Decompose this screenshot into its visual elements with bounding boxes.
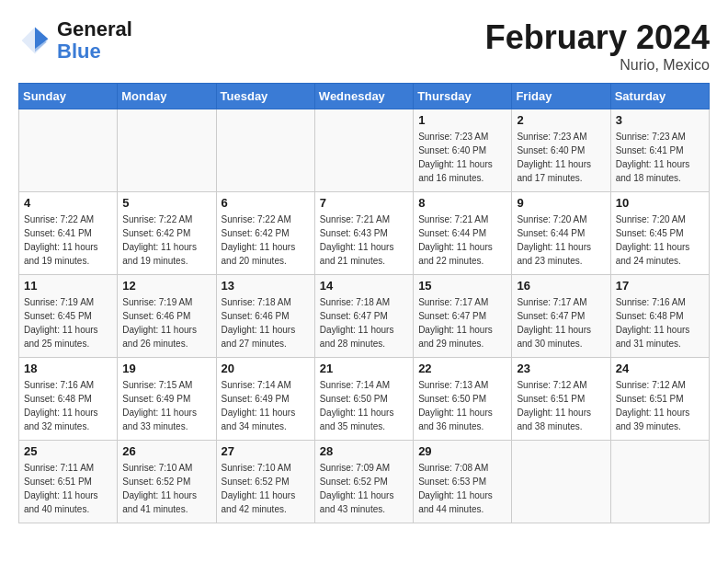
calendar-cell: 6Sunrise: 7:22 AM Sunset: 6:42 PM Daylig… [216, 192, 314, 275]
calendar-cell: 1Sunrise: 7:23 AM Sunset: 6:40 PM Daylig… [414, 109, 512, 192]
day-number: 19 [122, 362, 210, 375]
weekday-header-row: Sunday Monday Tuesday Wednesday Thursday… [19, 84, 710, 109]
title-area: February 2024 Nurio, Mexico [485, 18, 710, 74]
day-number: 17 [616, 279, 704, 293]
day-info: Sunrise: 7:22 AM Sunset: 6:41 PM Dayligh… [24, 213, 112, 268]
calendar-cell [118, 109, 216, 192]
day-number: 13 [222, 279, 310, 293]
day-number: 12 [122, 279, 210, 293]
day-info: Sunrise: 7:20 AM Sunset: 6:44 PM Dayligh… [517, 213, 605, 268]
calendar-cell: 26Sunrise: 7:10 AM Sunset: 6:52 PM Dayli… [118, 441, 216, 523]
calendar-cell: 7Sunrise: 7:21 AM Sunset: 6:43 PM Daylig… [314, 192, 413, 275]
calendar-cell: 19Sunrise: 7:15 AM Sunset: 6:49 PM Dayli… [118, 358, 216, 441]
logo-text: GeneralBlue [57, 18, 132, 63]
day-number: 8 [418, 196, 506, 210]
day-info: Sunrise: 7:14 AM Sunset: 6:49 PM Dayligh… [222, 378, 310, 433]
calendar-title: February 2024 [485, 18, 710, 57]
day-info: Sunrise: 7:12 AM Sunset: 6:51 PM Dayligh… [616, 378, 704, 433]
header-friday: Friday [512, 84, 610, 109]
day-number: 25 [24, 444, 112, 458]
day-number: 1 [418, 113, 506, 127]
day-number: 10 [616, 196, 704, 210]
header-thursday: Thursday [414, 84, 512, 109]
calendar-header: Sunday Monday Tuesday Wednesday Thursday… [19, 84, 710, 109]
calendar-cell: 24Sunrise: 7:12 AM Sunset: 6:51 PM Dayli… [610, 358, 709, 441]
day-number: 22 [418, 362, 506, 375]
day-number: 20 [222, 362, 310, 375]
day-info: Sunrise: 7:20 AM Sunset: 6:45 PM Dayligh… [616, 213, 704, 268]
header-sunday: Sunday [19, 84, 118, 109]
day-info: Sunrise: 7:10 AM Sunset: 6:52 PM Dayligh… [122, 461, 210, 516]
calendar-subtitle: Nurio, Mexico [485, 57, 710, 74]
header-monday: Monday [118, 84, 216, 109]
day-info: Sunrise: 7:16 AM Sunset: 6:48 PM Dayligh… [616, 295, 704, 350]
calendar-cell: 17Sunrise: 7:16 AM Sunset: 6:48 PM Dayli… [610, 275, 709, 358]
calendar-cell: 12Sunrise: 7:19 AM Sunset: 6:46 PM Dayli… [118, 275, 216, 358]
logo: GeneralBlue [18, 18, 132, 63]
calendar-week-row: 1Sunrise: 7:23 AM Sunset: 6:40 PM Daylig… [19, 109, 710, 192]
calendar-cell: 11Sunrise: 7:19 AM Sunset: 6:45 PM Dayli… [19, 275, 118, 358]
day-info: Sunrise: 7:22 AM Sunset: 6:42 PM Dayligh… [122, 213, 210, 268]
calendar-cell: 18Sunrise: 7:16 AM Sunset: 6:48 PM Dayli… [19, 358, 118, 441]
calendar-cell: 25Sunrise: 7:11 AM Sunset: 6:51 PM Dayli… [19, 441, 118, 523]
day-number: 16 [517, 279, 605, 293]
calendar-cell: 22Sunrise: 7:13 AM Sunset: 6:50 PM Dayli… [414, 358, 512, 441]
calendar-cell: 28Sunrise: 7:09 AM Sunset: 6:52 PM Dayli… [314, 441, 413, 523]
day-number: 14 [320, 279, 408, 293]
calendar-cell: 3Sunrise: 7:23 AM Sunset: 6:41 PM Daylig… [610, 109, 709, 192]
day-info: Sunrise: 7:21 AM Sunset: 6:43 PM Dayligh… [320, 213, 408, 268]
calendar-cell [19, 109, 118, 192]
day-info: Sunrise: 7:21 AM Sunset: 6:44 PM Dayligh… [418, 213, 506, 268]
day-info: Sunrise: 7:15 AM Sunset: 6:49 PM Dayligh… [122, 378, 210, 433]
day-number: 18 [24, 362, 112, 375]
calendar-cell [216, 109, 314, 192]
day-number: 4 [24, 196, 112, 210]
day-info: Sunrise: 7:23 AM Sunset: 6:41 PM Dayligh… [616, 130, 704, 185]
calendar-cell [314, 109, 413, 192]
calendar-week-row: 25Sunrise: 7:11 AM Sunset: 6:51 PM Dayli… [19, 441, 710, 523]
calendar-week-row: 11Sunrise: 7:19 AM Sunset: 6:45 PM Dayli… [19, 275, 710, 358]
day-number: 29 [418, 444, 506, 458]
calendar-body: 1Sunrise: 7:23 AM Sunset: 6:40 PM Daylig… [19, 109, 710, 523]
day-info: Sunrise: 7:08 AM Sunset: 6:53 PM Dayligh… [418, 461, 506, 516]
calendar-cell: 20Sunrise: 7:14 AM Sunset: 6:49 PM Dayli… [216, 358, 314, 441]
calendar-cell: 4Sunrise: 7:22 AM Sunset: 6:41 PM Daylig… [19, 192, 118, 275]
day-info: Sunrise: 7:23 AM Sunset: 6:40 PM Dayligh… [517, 130, 605, 185]
day-number: 9 [517, 196, 605, 210]
day-number: 2 [517, 113, 605, 127]
day-info: Sunrise: 7:18 AM Sunset: 6:46 PM Dayligh… [222, 295, 310, 350]
day-info: Sunrise: 7:17 AM Sunset: 6:47 PM Dayligh… [418, 295, 506, 350]
calendar-week-row: 4Sunrise: 7:22 AM Sunset: 6:41 PM Daylig… [19, 192, 710, 275]
day-number: 28 [320, 444, 408, 458]
calendar-cell: 15Sunrise: 7:17 AM Sunset: 6:47 PM Dayli… [414, 275, 512, 358]
day-number: 6 [222, 196, 310, 210]
day-number: 26 [122, 444, 210, 458]
calendar-cell: 5Sunrise: 7:22 AM Sunset: 6:42 PM Daylig… [118, 192, 216, 275]
header-tuesday: Tuesday [216, 84, 314, 109]
day-number: 11 [24, 279, 112, 293]
day-number: 7 [320, 196, 408, 210]
calendar-cell [610, 441, 709, 523]
calendar-cell: 2Sunrise: 7:23 AM Sunset: 6:40 PM Daylig… [512, 109, 610, 192]
calendar-cell: 8Sunrise: 7:21 AM Sunset: 6:44 PM Daylig… [414, 192, 512, 275]
calendar-cell: 16Sunrise: 7:17 AM Sunset: 6:47 PM Dayli… [512, 275, 610, 358]
logo-icon [18, 24, 51, 57]
day-info: Sunrise: 7:17 AM Sunset: 6:47 PM Dayligh… [517, 295, 605, 350]
day-number: 23 [517, 362, 605, 375]
day-info: Sunrise: 7:11 AM Sunset: 6:51 PM Dayligh… [24, 461, 112, 516]
calendar-cell: 10Sunrise: 7:20 AM Sunset: 6:45 PM Dayli… [610, 192, 709, 275]
day-info: Sunrise: 7:09 AM Sunset: 6:52 PM Dayligh… [320, 461, 408, 516]
day-info: Sunrise: 7:10 AM Sunset: 6:52 PM Dayligh… [222, 461, 310, 516]
calendar-week-row: 18Sunrise: 7:16 AM Sunset: 6:48 PM Dayli… [19, 358, 710, 441]
calendar-cell: 23Sunrise: 7:12 AM Sunset: 6:51 PM Dayli… [512, 358, 610, 441]
day-info: Sunrise: 7:13 AM Sunset: 6:50 PM Dayligh… [418, 378, 506, 433]
day-number: 21 [320, 362, 408, 375]
calendar-cell: 21Sunrise: 7:14 AM Sunset: 6:50 PM Dayli… [314, 358, 413, 441]
day-info: Sunrise: 7:16 AM Sunset: 6:48 PM Dayligh… [24, 378, 112, 433]
day-number: 3 [616, 113, 704, 127]
day-info: Sunrise: 7:18 AM Sunset: 6:47 PM Dayligh… [320, 295, 408, 350]
day-info: Sunrise: 7:14 AM Sunset: 6:50 PM Dayligh… [320, 378, 408, 433]
day-number: 27 [222, 444, 310, 458]
day-info: Sunrise: 7:19 AM Sunset: 6:46 PM Dayligh… [122, 295, 210, 350]
day-info: Sunrise: 7:23 AM Sunset: 6:40 PM Dayligh… [418, 130, 506, 185]
